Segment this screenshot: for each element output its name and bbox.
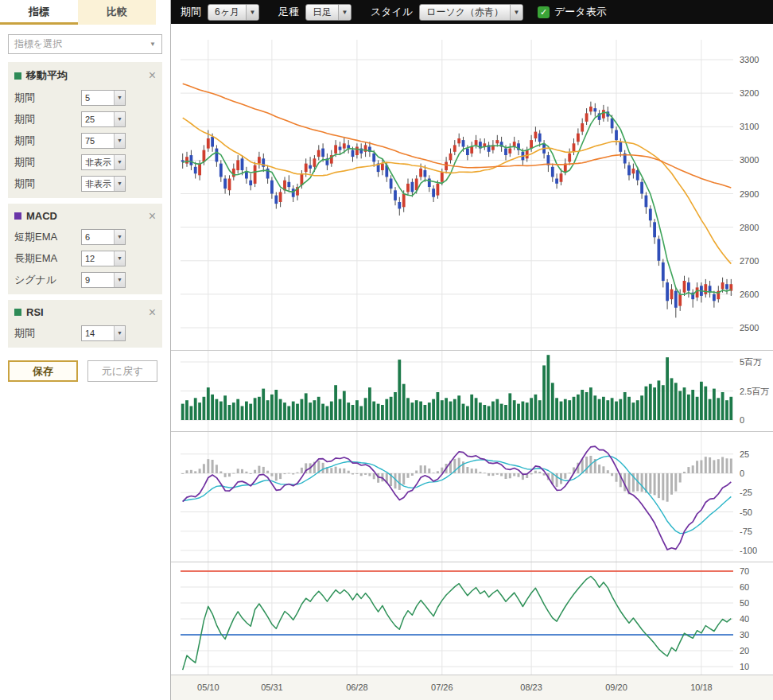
stock-chart-app: 指標 比較 指標を選択 ▼ 移動平均 × 期間 5 ▼ 期間 [0,0,773,700]
svg-text:5百万: 5百万 [740,357,762,367]
ma-section: 移動平均 × 期間 5 ▼ 期間 25 ▼ 期間 75 [8,62,162,198]
svg-text:10: 10 [740,662,749,671]
macd-pane [181,446,732,550]
svg-text:30: 30 [740,630,749,640]
chevron-down-icon: ▼ [150,41,156,48]
svg-text:20: 20 [740,646,749,655]
rsi-color-swatch [14,309,21,316]
svg-text:07/26: 07/26 [431,682,453,692]
period-label: 期間 [181,5,201,19]
save-button[interactable]: 保存 [8,360,78,382]
chevron-down-icon: ▼ [114,134,125,148]
macd-section-title: MACD [26,210,57,222]
svg-text:25: 25 [740,449,749,459]
svg-text:06/28: 06/28 [346,682,368,692]
svg-text:60: 60 [740,582,749,592]
ma-period-1-select[interactable]: 5 ▼ [81,90,126,106]
ma-period-4-select[interactable]: 非表示 ▼ [81,154,126,170]
svg-text:2900: 2900 [740,189,759,199]
chevron-down-icon: ▼ [246,5,258,20]
volume-bars [181,355,732,420]
chevron-down-icon: ▼ [510,5,522,20]
svg-text:2700: 2700 [740,256,759,266]
tab-compare[interactable]: 比較 [78,0,156,25]
chevron-down-icon: ▼ [114,273,125,287]
data-display-toggle[interactable]: ✓ データ表示 [538,5,607,19]
close-icon[interactable]: × [149,212,156,221]
svg-text:2.5百万: 2.5百万 [740,387,769,396]
svg-text:50: 50 [740,598,749,608]
ma-period-row-4: 期間 非表示 ▼ [14,151,156,173]
chevron-down-icon: ▼ [114,155,125,169]
rsi-section-title: RSI [26,306,44,318]
indicator-select-placeholder: 指標を選択 [14,37,62,51]
indicator-select[interactable]: 指標を選択 ▼ [8,34,162,54]
rsi-pane [181,571,733,670]
macd-fast-select[interactable]: 6 ▼ [81,229,126,245]
ma-period-row-2: 期間 25 ▼ [14,108,156,130]
svg-text:3200: 3200 [740,88,759,98]
macd-color-swatch [14,212,21,220]
macd-signal-row: シグナル 9 ▼ [14,269,156,290]
tab-indicators[interactable]: 指標 [0,0,78,25]
chevron-down-icon: ▼ [114,326,125,340]
macd-signal-select[interactable]: 9 ▼ [81,272,126,288]
svg-text:10/18: 10/18 [690,682,713,692]
rsi-period-select[interactable]: 14 ▼ [81,325,126,341]
candlesticks [181,84,732,317]
data-display-label: データ表示 [554,5,607,19]
svg-text:-50: -50 [740,508,752,517]
chart-toolbar: 期間 6ヶ月 ▼ 足種 日足 ▼ スタイル ローソク（赤青） ▼ ✓ データ表示 [171,0,773,24]
chart-area: 期間 6ヶ月 ▼ 足種 日足 ▼ スタイル ローソク（赤青） ▼ ✓ データ表示… [171,0,773,700]
svg-text:3100: 3100 [740,122,759,131]
svg-text:40: 40 [740,614,749,624]
rsi-period-row: 期間 14 ▼ [14,322,156,344]
svg-text:0: 0 [740,415,744,425]
ma-period-row-1: 期間 5 ▼ [14,87,156,108]
chevron-down-icon: ▼ [114,112,125,126]
chevron-down-icon: ▼ [338,5,351,20]
svg-text:2800: 2800 [740,223,759,232]
svg-text:2600: 2600 [740,290,759,299]
reset-button[interactable]: 元に戻す [87,360,157,382]
indicator-sidebar: 指標 比較 指標を選択 ▼ 移動平均 × 期間 5 ▼ 期間 [0,0,171,700]
svg-text:3000: 3000 [740,155,759,165]
macd-fast-row: 短期EMA 6 ▼ [14,226,156,247]
style-select[interactable]: ローソク（赤青） ▼ [419,4,523,21]
svg-text:09/20: 09/20 [605,682,627,692]
chevron-down-icon: ▼ [114,230,125,244]
macd-section: MACD × 短期EMA 6 ▼ 長期EMA 12 ▼ シグナル [8,204,162,294]
chevron-down-icon: ▼ [114,177,125,191]
svg-text:-100: -100 [740,546,757,555]
svg-text:05/31: 05/31 [261,682,283,692]
ma-section-title: 移動平均 [26,68,68,83]
sidebar-actions: 保存 元に戻す [8,360,162,382]
macd-slow-row: 長期EMA 12 ▼ [14,247,156,269]
svg-text:3300: 3300 [740,55,759,64]
ma-period-5-select[interactable]: 非表示 ▼ [81,176,126,192]
sidebar-tabs: 指標 比較 [0,0,170,25]
chevron-down-icon: ▼ [114,91,125,105]
ma-period-2-select[interactable]: 25 ▼ [81,111,126,127]
svg-text:2500: 2500 [740,323,759,332]
close-icon[interactable]: × [149,308,156,317]
svg-text:-25: -25 [740,488,752,497]
ma-color-swatch [14,72,21,80]
period-select[interactable]: 6ヶ月 ▼ [208,4,259,21]
svg-text:-75: -75 [740,527,752,536]
svg-text:05/10: 05/10 [197,682,219,692]
stock-chart[interactable]: 05/1005/3106/2807/2608/2309/2010/1833003… [171,24,773,700]
svg-text:0: 0 [740,469,744,478]
checkbox-checked-icon: ✓ [538,6,550,18]
ma-period-row-5: 期間 非表示 ▼ [14,173,156,194]
ma-period-3-select[interactable]: 75 ▼ [81,133,126,149]
rsi-section: RSI × 期間 14 ▼ [8,300,162,348]
macd-slow-select[interactable]: 12 ▼ [81,251,126,266]
style-label: スタイル [371,5,413,19]
bartype-select[interactable]: 日足 ▼ [305,4,352,21]
chevron-down-icon: ▼ [114,251,125,266]
axis-labels: 05/1005/3106/2807/2608/2309/2010/1833003… [197,55,769,692]
bartype-label: 足種 [278,5,299,19]
close-icon[interactable]: × [149,71,156,80]
svg-text:70: 70 [740,566,749,576]
